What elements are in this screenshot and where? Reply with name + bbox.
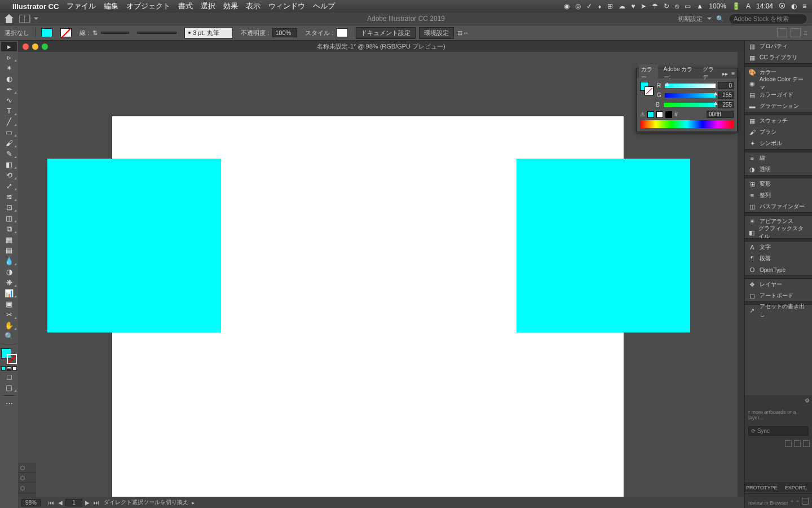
last-artboard-icon[interactable]: ⏭	[92, 500, 100, 506]
menu-type[interactable]: 書式	[178, 1, 193, 11]
hex-input[interactable]: 00ffff	[707, 111, 734, 118]
rectangle-tool[interactable]: ▭	[1, 128, 17, 137]
paintbrush-tool[interactable]: 🖌	[1, 138, 17, 148]
zoom-input[interactable]: 98%	[21, 499, 41, 506]
first-artboard-icon[interactable]: ⏮	[47, 500, 55, 506]
panel-layers[interactable]: ❖レイヤー	[745, 279, 812, 290]
trash-icon[interactable]	[802, 498, 809, 505]
line-tool[interactable]: ╱	[1, 117, 17, 126]
preset-dropdown-icon[interactable]	[707, 17, 712, 20]
color-spectrum[interactable]	[640, 120, 734, 128]
menu-effect[interactable]: 効果	[223, 1, 238, 11]
b-slider[interactable]	[664, 103, 716, 107]
prototype-tab[interactable]: PROTOTYPE	[745, 483, 779, 492]
spotlight-icon[interactable]: ⦿	[779, 2, 785, 10]
menu-object[interactable]: オブジェクト	[126, 1, 170, 11]
menu-window[interactable]: ウィンドウ	[268, 1, 305, 11]
visibility-icon[interactable]	[20, 486, 25, 491]
gamut-warning-icon[interactable]: ⚠	[640, 111, 645, 117]
none-swatch[interactable]	[656, 111, 663, 118]
eraser-tool[interactable]: ◧	[1, 160, 17, 169]
layer-row[interactable]	[18, 463, 36, 473]
ext-tool-2[interactable]	[794, 440, 801, 447]
maximize-window-icon[interactable]	[42, 43, 48, 50]
document-tab-title[interactable]: 名称未設定-1* @ 98% (RGB/GPU プレビュー)	[317, 42, 445, 51]
panel-collapse-icon[interactable]: ▸▸	[722, 71, 728, 77]
selection-tool[interactable]: ▸	[1, 42, 17, 51]
stroke-color-box[interactable]	[7, 354, 17, 364]
display-icon[interactable]: ▭	[685, 2, 691, 10]
scale-tool[interactable]: ⤢	[1, 181, 17, 191]
panel-opentype[interactable]: OOpenType	[745, 264, 812, 275]
b-value[interactable]: 255	[718, 101, 734, 108]
menu-edit[interactable]: 編集	[104, 1, 118, 11]
width-tool[interactable]: ≋	[1, 192, 17, 202]
layer-row[interactable]	[18, 473, 36, 483]
symbol-sprayer-tool[interactable]: ❋	[1, 278, 17, 287]
opacity-input[interactable]: 100%	[272, 28, 297, 37]
fill-stroke-mini[interactable]	[640, 82, 654, 95]
ext-gear-icon[interactable]: ⚙	[745, 395, 812, 406]
rotate-tool[interactable]: ⟲	[1, 170, 17, 180]
refresh-icon[interactable]: ↻	[664, 2, 669, 10]
workspace-preset[interactable]: 初期設定	[678, 15, 703, 23]
ctrl-icon-1[interactable]	[777, 28, 787, 37]
shape-rect-left[interactable]	[47, 159, 221, 332]
mini-stroke-box[interactable]	[645, 86, 654, 95]
cc-icon[interactable]: ◎	[575, 2, 581, 10]
panel-text[interactable]: A文字	[745, 242, 812, 253]
panel-menu-icon[interactable]: ≡	[731, 71, 735, 77]
visibility-icon[interactable]	[20, 476, 25, 480]
battery-pct[interactable]: 100%	[709, 2, 726, 10]
stroke-stepper-icon[interactable]: ⇅	[92, 29, 98, 37]
stroke-swatch[interactable]	[60, 28, 72, 37]
input-icon[interactable]: A	[746, 2, 751, 10]
panel-gradation[interactable]: ▬グラデーション	[745, 100, 812, 112]
search-icon[interactable]: 🔍	[716, 15, 724, 23]
var-width-input[interactable]	[137, 32, 176, 34]
ext-tool-3[interactable]	[803, 440, 810, 447]
fill-stroke-control[interactable]	[1, 348, 17, 364]
mesh-tool[interactable]: ▦	[1, 235, 17, 244]
black-swatch[interactable]	[665, 111, 672, 118]
panel-paragraph[interactable]: ¶段落	[745, 253, 812, 264]
vertical-scrollbar[interactable]	[738, 52, 744, 497]
env-setup-button[interactable]: 環境設定	[419, 27, 454, 39]
menu-file[interactable]: ファイル	[67, 1, 96, 11]
menu-help[interactable]: ヘルプ	[313, 1, 335, 11]
brush-select[interactable]: 3 pt. 丸筆	[184, 28, 233, 38]
panel-cc-library[interactable]: ▦CC ライブラリ	[745, 52, 812, 63]
safe-color-swatch[interactable]	[647, 111, 654, 118]
fill-swatch[interactable]	[41, 28, 52, 37]
home-icon[interactable]	[5, 14, 14, 23]
status-icon[interactable]: ◉	[564, 2, 570, 10]
panel-graphic-styles[interactable]: ◧グラフィックスタイル	[745, 227, 812, 238]
ext-icon-2[interactable]: ▫	[796, 498, 798, 504]
wifi-icon[interactable]: ♥	[631, 2, 635, 10]
clock[interactable]: 14:04	[756, 2, 773, 10]
style-swatch[interactable]	[337, 28, 348, 37]
app-icon[interactable]: ⊞	[607, 2, 613, 10]
free-transform-tool[interactable]: ⊡	[1, 203, 17, 212]
battery-icon[interactable]: 🔋	[732, 2, 740, 10]
mini-gradient[interactable]	[7, 366, 11, 371]
ext-tool-1[interactable]	[785, 440, 792, 447]
menu-select[interactable]: 選択	[201, 1, 215, 11]
adobe-color-tab[interactable]: Adobe カラー:	[661, 64, 697, 82]
prev-artboard-icon[interactable]: ◀	[57, 500, 64, 506]
close-window-icon[interactable]	[23, 43, 29, 50]
draw-mode[interactable]: ◻	[1, 372, 17, 382]
g-slider[interactable]	[665, 93, 716, 98]
arrange-docs-icon[interactable]	[19, 15, 30, 23]
perspective-tool[interactable]: ⧉	[1, 224, 17, 234]
panel-transform[interactable]: ⊞変形	[745, 178, 812, 190]
artboard-number[interactable]: 1	[65, 499, 82, 506]
dropbox-icon[interactable]: ⬧	[598, 2, 602, 10]
cloud-icon[interactable]: ☁	[619, 2, 625, 10]
layer-row[interactable]	[18, 483, 36, 493]
stroke-weight-input[interactable]	[101, 32, 129, 34]
panel-swatches[interactable]: ▦スウォッチ	[745, 115, 812, 126]
mini-none[interactable]	[12, 366, 17, 371]
preview-browser-button[interactable]: review in Browser	[748, 500, 788, 506]
pen-tool[interactable]: ✒	[1, 85, 17, 94]
